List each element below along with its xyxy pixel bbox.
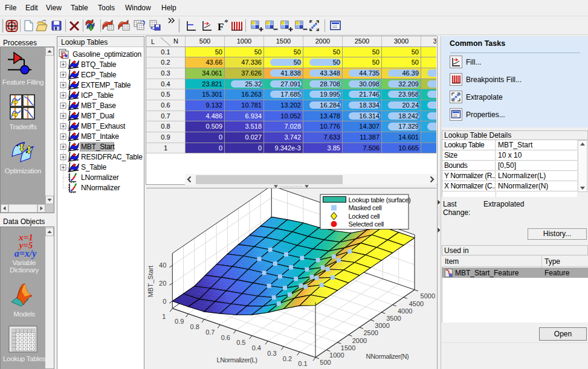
svg-text:Masked cell: Masked cell xyxy=(349,204,382,211)
svg-text:500: 500 xyxy=(320,359,331,366)
svg-text:0.6: 0.6 xyxy=(221,334,230,341)
svg-text:a=x/y: a=x/y xyxy=(15,248,37,259)
svg-text:1500: 1500 xyxy=(341,344,355,351)
svg-text:4500: 4500 xyxy=(409,300,424,307)
svg-text:Lookup table (surface): Lookup table (surface) xyxy=(349,196,411,204)
svg-text:0.9: 0.9 xyxy=(175,318,184,325)
svg-text:0.5: 0.5 xyxy=(236,339,245,346)
svg-text:1000: 1000 xyxy=(329,351,344,359)
svg-text:0.7: 0.7 xyxy=(205,329,215,336)
svg-text:MBT_Start: MBT_Start xyxy=(147,266,154,298)
svg-text:40: 40 xyxy=(159,262,166,269)
svg-text:1: 1 xyxy=(162,313,166,320)
svg-text:0.2: 0.2 xyxy=(283,355,292,362)
svg-text:Locked cell: Locked cell xyxy=(349,213,380,220)
svg-text:4000: 4000 xyxy=(398,307,412,315)
svg-text:5000: 5000 xyxy=(421,292,435,300)
svg-text:0: 0 xyxy=(163,298,166,305)
svg-text:20: 20 xyxy=(159,280,166,287)
svg-text:Selected cell: Selected cell xyxy=(349,220,384,228)
svg-text:3500: 3500 xyxy=(386,315,401,322)
svg-text:0.8: 0.8 xyxy=(190,323,199,330)
svg-text:3000: 3000 xyxy=(375,322,389,329)
svg-text:0.4: 0.4 xyxy=(252,344,261,351)
svg-text:2500: 2500 xyxy=(363,329,378,336)
svg-text:2000: 2000 xyxy=(352,337,367,344)
svg-text:0.3: 0.3 xyxy=(267,350,276,357)
svg-text:LNormalizer(L): LNormalizer(L) xyxy=(216,356,257,364)
svg-text:F: F xyxy=(218,21,224,33)
svg-text:NNormalizer(N): NNormalizer(N) xyxy=(366,353,409,360)
svg-text:0.1: 0.1 xyxy=(298,360,307,367)
